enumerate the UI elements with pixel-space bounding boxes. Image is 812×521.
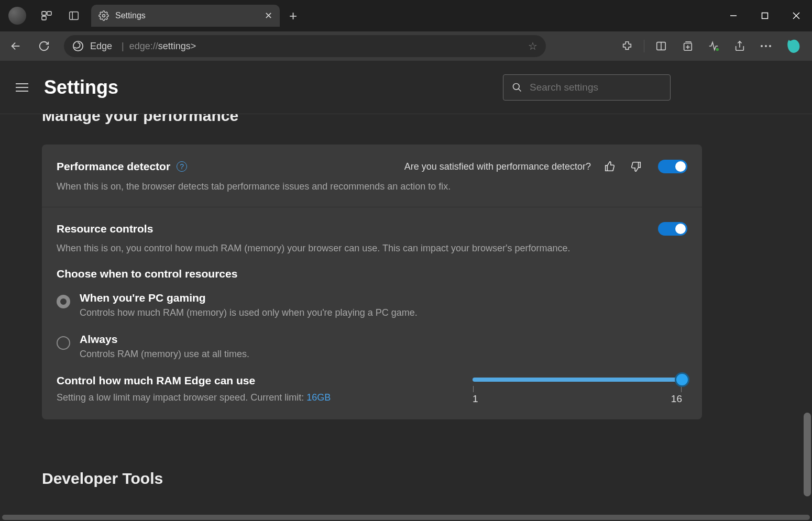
- performance-detector-row: Performance detector ? Are you satisfied…: [42, 145, 702, 207]
- profile-avatar[interactable]: [8, 7, 26, 25]
- ram-limit-link[interactable]: 16GB: [306, 392, 331, 403]
- svg-rect-0: [42, 12, 46, 15]
- address-text: Edge|edge://settings>: [90, 41, 196, 52]
- radio-button-icon[interactable]: [57, 295, 70, 308]
- horizontal-scrollbar[interactable]: [2, 515, 810, 520]
- search-settings-input[interactable]: [503, 74, 671, 101]
- separator: [644, 40, 644, 52]
- extensions-icon[interactable]: [616, 35, 639, 58]
- slider-min: 1: [473, 393, 478, 405]
- resource-controls-desc: When this is on, you control how much RA…: [57, 243, 687, 254]
- radio-always[interactable]: Always Controls RAM (memory) use at all …: [57, 333, 687, 360]
- refresh-button[interactable]: [32, 35, 56, 58]
- svg-rect-2: [42, 16, 46, 20]
- more-menu-icon[interactable]: [754, 35, 777, 58]
- navbar: Edge|edge://settings> ☆: [0, 31, 812, 61]
- titlebar: Settings ✕ +: [0, 0, 812, 31]
- slider-max: 16: [671, 393, 682, 405]
- slider-thumb[interactable]: [675, 372, 689, 387]
- new-tab-button[interactable]: +: [289, 8, 297, 24]
- tab-title: Settings: [115, 11, 258, 20]
- copilot-icon[interactable]: [784, 37, 803, 56]
- radio-button-icon[interactable]: [57, 336, 70, 350]
- feedback-question: Are you satisfied with performance detec…: [404, 161, 591, 172]
- search-icon: [512, 82, 522, 93]
- share-icon[interactable]: [728, 35, 751, 58]
- choose-resources-title: Choose when to control resources: [57, 268, 687, 280]
- radio-desc: Controls how much RAM (memory) is used o…: [80, 307, 418, 318]
- resource-controls-toggle[interactable]: [658, 222, 687, 236]
- svg-line-23: [519, 88, 521, 91]
- settings-header: Settings: [0, 61, 812, 114]
- browser-tab[interactable]: Settings ✕: [91, 5, 280, 27]
- page-title: Settings: [44, 76, 118, 98]
- svg-point-22: [513, 83, 520, 90]
- perf-detector-title: Performance detector: [57, 160, 170, 173]
- search-settings-field[interactable]: [530, 82, 662, 93]
- collections-icon[interactable]: [676, 35, 699, 58]
- resource-controls-row: Resource controls When this is on, you c…: [42, 207, 702, 419]
- thumbs-down-icon[interactable]: [629, 159, 643, 174]
- help-icon[interactable]: ?: [177, 161, 187, 172]
- address-bar[interactable]: Edge|edge://settings> ☆: [64, 35, 546, 57]
- section-manage-performance: Manage your performance: [42, 114, 812, 125]
- content-area: Settings Manage your performance Perform…: [0, 61, 812, 521]
- window-controls: [718, 3, 812, 29]
- workspaces-icon[interactable]: [40, 9, 53, 23]
- ram-slider-title: Control how much RAM Edge can use: [57, 374, 473, 387]
- back-button[interactable]: [4, 35, 27, 58]
- svg-point-19: [761, 45, 763, 47]
- tab-actions-icon[interactable]: [67, 9, 81, 23]
- radio-label: When you're PC gaming: [80, 292, 418, 304]
- vertical-scrollbar[interactable]: [804, 413, 811, 496]
- ram-slider-row: Control how much RAM Edge can use Settin…: [57, 374, 687, 405]
- tab-close-icon[interactable]: ✕: [265, 10, 272, 21]
- svg-point-21: [769, 45, 771, 47]
- performance-card: Performance detector ? Are you satisfied…: [42, 145, 702, 419]
- svg-point-20: [765, 45, 767, 47]
- radio-desc: Controls RAM (memory) use at all times.: [80, 349, 249, 360]
- minimize-button[interactable]: [718, 3, 749, 29]
- svg-point-5: [103, 15, 105, 17]
- edge-logo-icon: [72, 40, 84, 52]
- perf-detector-toggle[interactable]: [658, 160, 687, 173]
- ram-slider[interactable]: [473, 378, 682, 382]
- svg-rect-3: [70, 12, 79, 20]
- svg-rect-7: [762, 13, 768, 19]
- thumbs-up-icon[interactable]: [602, 159, 617, 174]
- split-screen-icon[interactable]: [650, 35, 673, 58]
- svg-rect-1: [47, 12, 51, 15]
- performance-icon[interactable]: [702, 35, 725, 58]
- perf-detector-desc: When this is on, the browser detects tab…: [57, 181, 687, 192]
- favorite-star-icon[interactable]: ☆: [528, 40, 537, 52]
- radio-pc-gaming[interactable]: When you're PC gaming Controls how much …: [57, 292, 687, 318]
- hamburger-menu-button[interactable]: [16, 78, 35, 97]
- close-window-button[interactable]: [781, 3, 812, 29]
- resource-controls-title: Resource controls: [57, 223, 153, 235]
- svg-point-17: [716, 48, 719, 51]
- ram-slider-desc: Setting a low limit may impact browser s…: [57, 392, 473, 403]
- radio-label: Always: [80, 333, 249, 346]
- gear-icon: [98, 10, 109, 21]
- maximize-button[interactable]: [749, 3, 781, 29]
- section-developer-tools: Developer Tools: [42, 470, 812, 487]
